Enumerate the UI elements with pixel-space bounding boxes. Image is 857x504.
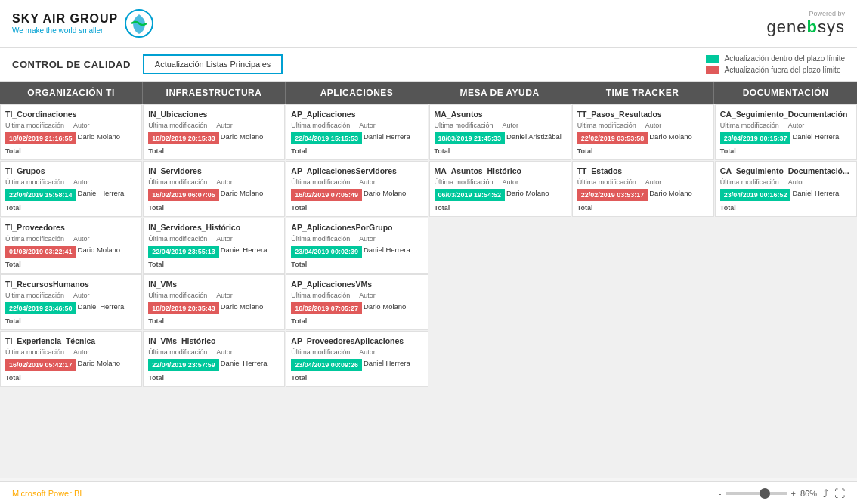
card-row: 23/04/2019 00:09:26Daniel Herrera	[291, 359, 422, 371]
date-badge: 01/03/2019 03:22:41	[5, 246, 76, 258]
card-meta: Última modificaciónAutor	[5, 235, 137, 243]
author-text: Daniel Herrera	[364, 246, 410, 255]
column-headers: ORGANIZACIÓN TIINFRAESTRUCTURAAPLICACION…	[0, 82, 857, 104]
zoom-slider[interactable]	[726, 492, 787, 495]
update-button[interactable]: Actualización Listas Principales	[143, 54, 283, 74]
card-row: 22/04/2019 23:57:59Daniel Herrera	[148, 359, 280, 371]
card-0-0: TI_CoordinacionesÚltima modificaciónAuto…	[0, 104, 142, 160]
zoom-minus[interactable]: -	[719, 489, 722, 498]
legend-red-swatch	[706, 66, 719, 74]
card-total: Total	[291, 147, 422, 155]
card-meta: Última modificaciónAutor	[5, 122, 137, 129]
card-1-3: IN_VMsÚltima modificaciónAutor18/02/2019…	[143, 274, 285, 330]
author-text: Daniel Aristizábal	[506, 132, 562, 141]
card-title: TI_Grupos	[5, 166, 137, 175]
column-5: CA_Seguimiento_DocumentaciónÚltima modif…	[715, 104, 857, 478]
author-text: Dario Molano	[221, 132, 264, 141]
author-text: Daniel Herrera	[364, 132, 410, 141]
card-1-4: IN_VMs_HistóricoÚltima modificaciónAutor…	[143, 331, 285, 387]
date-badge: 18/02/2019 20:15:33	[148, 132, 219, 144]
card-0-1: TI_GruposÚltima modificaciónAutor22/04/2…	[0, 161, 142, 217]
date-badge: 16/02/2019 05:42:17	[5, 359, 76, 371]
fullscreen-icon[interactable]: ⛶	[834, 487, 845, 499]
author-text: Daniel Herrera	[221, 359, 268, 368]
card-row: 18/03/2019 21:45:33Daniel Aristizábal	[435, 132, 566, 144]
card-title: IN_Servidores_Histórico	[148, 223, 280, 232]
card-1-2: IN_Servidores_HistóricoÚltima modificaci…	[143, 218, 285, 274]
card-5-1: CA_Seguimiento_Documentació...Última mod…	[715, 161, 857, 217]
card-row: 23/04/2019 00:02:39Daniel Herrera	[291, 246, 422, 258]
logo-area: SKY AIR GROUP We make the world smaller	[12, 8, 154, 39]
author-text: Dario Molano	[506, 189, 549, 198]
card-total: Total	[291, 204, 422, 212]
meta-mod: Última modificación	[291, 122, 350, 129]
card-row: 18/02/2019 20:35:43Dario Molano	[148, 302, 280, 314]
date-badge: 22/04/2019 23:55:13	[148, 246, 219, 258]
card-1-0: IN_UbicacionesÚltima modificaciónAutor18…	[143, 104, 285, 160]
card-0-2: TI_ProveedoresÚltima modificaciónAutor01…	[0, 218, 142, 274]
meta-author: Autor	[359, 122, 376, 129]
power-bi-link[interactable]: Microsoft Power BI	[12, 489, 82, 498]
powered-by-label: Powered by	[767, 10, 845, 17]
card-total: Total	[148, 261, 280, 268]
card-meta: Última modificaciónAutor	[435, 178, 566, 186]
card-total: Total	[148, 317, 280, 325]
author-text: Dario Molano	[221, 302, 264, 311]
card-total: Total	[148, 147, 280, 155]
meta-mod: Última modificación	[148, 178, 207, 186]
column-header-5: DOCUMENTACIÓN	[714, 82, 857, 104]
card-3-0: MA_AsuntosÚltima modificaciónAutor18/03/…	[429, 104, 571, 160]
card-meta: Última modificaciónAutor	[577, 122, 709, 129]
card-meta: Última modificaciónAutor	[291, 235, 422, 243]
card-total: Total	[5, 147, 137, 155]
card-2-2: AP_AplicacionesPorGrupoÚltima modificaci…	[286, 218, 428, 274]
meta-author: Autor	[216, 292, 233, 299]
card-row: 23/04/2019 00:16:52Daniel Herrera	[720, 189, 852, 201]
meta-mod: Última modificación	[291, 178, 350, 186]
footer-icons: ⤴ ⛶	[823, 487, 845, 499]
card-meta: Última modificaciónAutor	[5, 178, 137, 186]
meta-author: Autor	[359, 178, 376, 186]
author-text: Daniel Herrera	[792, 189, 839, 198]
card-row: 18/02/2019 21:16:55Dario Molano	[5, 132, 137, 144]
author-text: Daniel Herrera	[78, 302, 125, 311]
date-badge: 18/02/2019 21:16:55	[5, 132, 76, 144]
card-title: TT_Estados	[577, 166, 709, 175]
legend-outside: Actualización fuera del plazo límite	[706, 66, 845, 74]
card-title: IN_Ubicaciones	[148, 110, 280, 119]
card-row: 22/04/2019 23:46:50Daniel Herrera	[5, 302, 137, 314]
card-total: Total	[5, 204, 137, 212]
meta-mod: Última modificación	[435, 122, 493, 129]
meta-author: Autor	[359, 235, 376, 243]
date-badge: 18/03/2019 21:45:33	[435, 132, 506, 144]
card-meta: Última modificaciónAutor	[5, 292, 137, 299]
card-row: 06/03/2019 19:54:52Dario Molano	[435, 189, 566, 201]
meta-mod: Última modificación	[5, 348, 64, 356]
card-2-1: AP_AplicacionesServidoresÚltima modifica…	[286, 161, 428, 217]
author-text: Dario Molano	[364, 302, 407, 311]
column-3: MA_AsuntosÚltima modificaciónAutor18/03/…	[429, 104, 571, 478]
brand-name: genebsys	[767, 17, 845, 37]
zoom-plus[interactable]: +	[791, 489, 796, 498]
zoom-percentage: 86%	[800, 489, 817, 498]
card-2-3: AP_AplicacionesVMsÚltima modificaciónAut…	[286, 274, 428, 330]
card-total: Total	[577, 147, 709, 155]
meta-mod: Última modificación	[5, 292, 64, 299]
card-title: AP_ProveedoresAplicaciones	[291, 336, 422, 345]
card-total: Total	[720, 147, 852, 155]
share-icon[interactable]: ⤴	[823, 487, 828, 499]
card-meta: Última modificaciónAutor	[5, 348, 137, 356]
date-badge: 06/03/2019 19:54:52	[435, 189, 506, 201]
footer: Microsoft Power BI - + 86% ⤴ ⛶	[0, 481, 857, 504]
legend-green-swatch	[706, 55, 719, 63]
card-total: Total	[291, 261, 422, 268]
meta-author: Autor	[216, 348, 233, 356]
date-badge: 16/02/2019 07:05:49	[291, 189, 362, 201]
card-4-0: TT_Pasos_ResultadosÚltima modificaciónAu…	[572, 104, 714, 160]
author-text: Dario Molano	[78, 132, 121, 141]
meta-mod: Última modificación	[435, 178, 493, 186]
card-total: Total	[148, 374, 280, 382]
card-row: 22/04/2019 23:55:13Daniel Herrera	[148, 246, 280, 258]
meta-mod: Última modificación	[577, 178, 636, 186]
column-1: IN_UbicacionesÚltima modificaciónAutor18…	[143, 104, 285, 478]
